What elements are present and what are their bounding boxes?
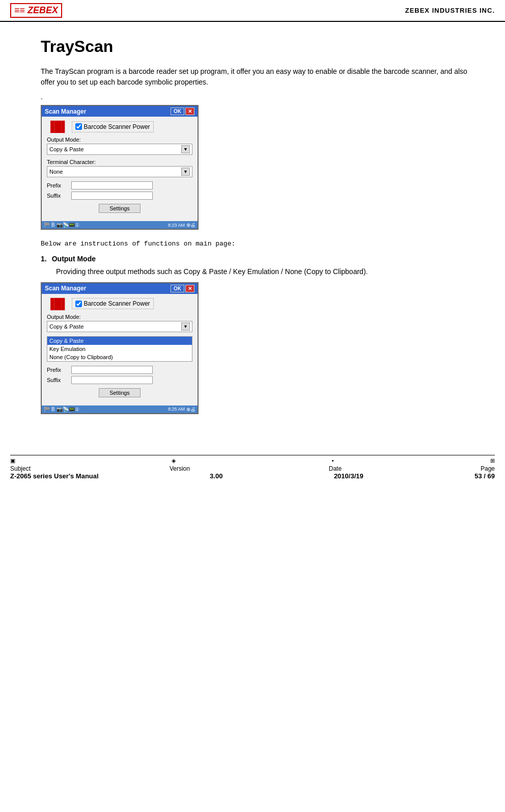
output-mode-dropdown-2[interactable]: Copy & Paste ▼	[47, 321, 192, 332]
icons-1: 📷📡📟①	[57, 222, 79, 228]
prefix-input-2[interactable]	[71, 366, 153, 374]
taskbar-1: 🏁 B 📷📡📟① 8:23 AM ⊕🖨	[42, 221, 198, 229]
suffix-input-1[interactable]	[71, 192, 153, 200]
output-mode-open-container-2: Copy & Paste ▼ Copy & Paste Key Emulatio…	[47, 321, 192, 362]
page-icon: ⊞	[490, 457, 495, 464]
barcode-checkbox-2[interactable]	[75, 301, 82, 307]
subject-label: Subject	[10, 465, 31, 472]
ok-button-2[interactable]: OK	[171, 285, 184, 292]
barcode-icon-2: ▐█▌	[47, 298, 69, 310]
barcode-icon-1: ▐█▌	[47, 121, 69, 132]
suffix-row-1: Suffix	[47, 192, 192, 200]
barcode-row-1: ▐█▌ Barcode Scanner Power	[47, 121, 192, 132]
item1-title: Output Mode	[52, 255, 96, 263]
close-button-2[interactable]: ✕	[185, 285, 194, 292]
prefix-row-2: Prefix	[47, 366, 192, 374]
subject-icon: ▣	[10, 457, 15, 464]
footer-values-row: Z-2065 series User's Manual 3.00 2010/3/…	[10, 472, 495, 480]
page-value: 53 / 69	[474, 472, 495, 480]
logo: ZEBEX	[10, 3, 62, 18]
version-label: Version	[170, 465, 190, 472]
prefix-label-1: Prefix	[47, 182, 67, 188]
titlebar-1: Scan Manager OK ✕	[42, 106, 198, 117]
window-body-2: ▐█▌ Barcode Scanner Power Output Mode: C…	[42, 294, 198, 405]
dropdown-arrow-2[interactable]: ▼	[181, 322, 190, 331]
item1-desc: Providing three output methods such as C…	[56, 267, 474, 277]
version-icon: ◈	[172, 457, 176, 464]
dropdown-option-key-emulation[interactable]: Key Emulation	[47, 345, 192, 353]
prefix-suffix-1: Prefix Suffix	[47, 181, 192, 200]
output-mode-dropdown-row-2: Copy & Paste ▼	[47, 321, 192, 332]
window-buttons-1: OK ✕	[171, 107, 194, 115]
instructions-section: Below are instructions of functions on m…	[41, 240, 474, 414]
b-icon-1: B	[51, 222, 55, 228]
window-title-1: Scan Manager	[45, 108, 86, 115]
company-name: ZEBEX INDUSTRIES INC.	[405, 7, 495, 14]
taskbar-time-1: 8:23 AM	[168, 223, 185, 228]
suffix-label-1: Suffix	[47, 193, 67, 199]
barcode-checkbox-1[interactable]	[75, 123, 82, 130]
settings-btn-row-1: Settings	[47, 204, 192, 213]
page-label: Page	[481, 465, 495, 472]
dot-marker: .	[41, 93, 474, 101]
scan-manager-window-2: Scan Manager OK ✕ ▐█▌ Barcode Scanner Po…	[41, 282, 199, 414]
footer: ▣ ◈ ▪ ⊞ Subject Version Date Page Z-2065…	[10, 455, 495, 480]
date-value: 2010/3/19	[334, 472, 363, 480]
barcode-label-2: Barcode Scanner Power	[84, 300, 150, 307]
terminal-char-arrow-1[interactable]: ▼	[181, 168, 190, 176]
barcode-row-2: ▐█▌ Barcode Scanner Power	[47, 298, 192, 310]
settings-button-1[interactable]: Settings	[99, 204, 141, 213]
settings-btn-row-2: Settings	[47, 388, 192, 397]
output-mode-dropdown-row-1: Copy & Paste ▼	[47, 144, 192, 155]
barcode-label-1: Barcode Scanner Power	[84, 123, 150, 130]
suffix-input-2[interactable]	[71, 376, 153, 384]
output-mode-value-1: Copy & Paste	[49, 146, 83, 152]
window-title-2: Scan Manager	[45, 285, 86, 292]
page-title: TrayScan	[41, 37, 474, 56]
dropdown-arrow-1[interactable]: ▼	[181, 145, 190, 153]
barcode-checkbox-label-2[interactable]: Barcode Scanner Power	[72, 298, 154, 309]
window-buttons-2: OK ✕	[171, 285, 194, 292]
main-content: TrayScan The TrayScan program is a barco…	[0, 22, 505, 435]
intro-text: The TrayScan program is a barcode reader…	[41, 66, 474, 88]
terminal-char-dropdown-1[interactable]: None ▼	[47, 166, 192, 177]
barcode-checkbox-label-1[interactable]: Barcode Scanner Power	[72, 121, 154, 132]
instructions-heading: Below are instructions of functions on m…	[41, 240, 474, 248]
settings-button-2[interactable]: Settings	[99, 388, 141, 397]
start-icon-1: 🏁	[44, 222, 50, 228]
footer-labels-row: Subject Version Date Page	[10, 465, 495, 472]
output-mode-dropdown-1[interactable]: Copy & Paste ▼	[47, 144, 192, 155]
window-body-1: ▐█▌ Barcode Scanner Power Output Mode: C…	[42, 117, 198, 221]
output-mode-label-2: Output Mode:	[47, 314, 192, 320]
version-value: 3.00	[210, 472, 222, 480]
prefix-label-2: Prefix	[47, 367, 67, 373]
prefix-suffix-2: Prefix Suffix	[47, 366, 192, 384]
taskbar-2: 🏁 B 📷📡📟① 8:25 AM ⊕🖨	[42, 405, 198, 413]
footer-top-line: ▣ ◈ ▪ ⊞	[10, 457, 495, 464]
terminal-char-value-1: None	[49, 169, 63, 175]
prefix-input-1[interactable]	[71, 181, 153, 190]
item1-number: 1.	[41, 255, 47, 265]
taskbar-extra-1: ⊕🖨	[186, 222, 195, 228]
date-label: Date	[329, 465, 342, 472]
numbered-item-1: 1. Output Mode Providing three output me…	[41, 255, 474, 277]
b-icon-2: B	[51, 407, 55, 412]
dropdown-option-none-clipboard[interactable]: None (Copy to Clipboard)	[47, 353, 192, 361]
close-button-1[interactable]: ✕	[185, 107, 194, 115]
suffix-row-2: Suffix	[47, 376, 192, 384]
ok-button-1[interactable]: OK	[171, 107, 184, 115]
icons-2: 📷📡📟①	[57, 407, 79, 412]
taskbar-time-2: 8:25 AM	[168, 407, 185, 412]
output-mode-dropdown-list-2: Copy & Paste Key Emulation None (Copy to…	[47, 336, 192, 362]
scan-manager-window-1: Scan Manager OK ✕ ▐█▌ Barcode Scanner Po…	[41, 105, 199, 230]
terminal-char-label-1: Terminal Character:	[47, 159, 192, 165]
dropdown-option-copy-paste[interactable]: Copy & Paste	[47, 337, 192, 345]
prefix-row-1: Prefix	[47, 181, 192, 190]
header: ZEBEX ZEBEX INDUSTRIES INC.	[0, 0, 505, 22]
start-icon-2: 🏁	[44, 407, 50, 412]
terminal-char-dropdown-row-1: None ▼	[47, 166, 192, 177]
output-mode-label-1: Output Mode:	[47, 137, 192, 143]
taskbar-extra-2: ⊕🖨	[186, 407, 195, 412]
output-mode-value-2: Copy & Paste	[49, 323, 83, 330]
titlebar-2: Scan Manager OK ✕	[42, 283, 198, 294]
